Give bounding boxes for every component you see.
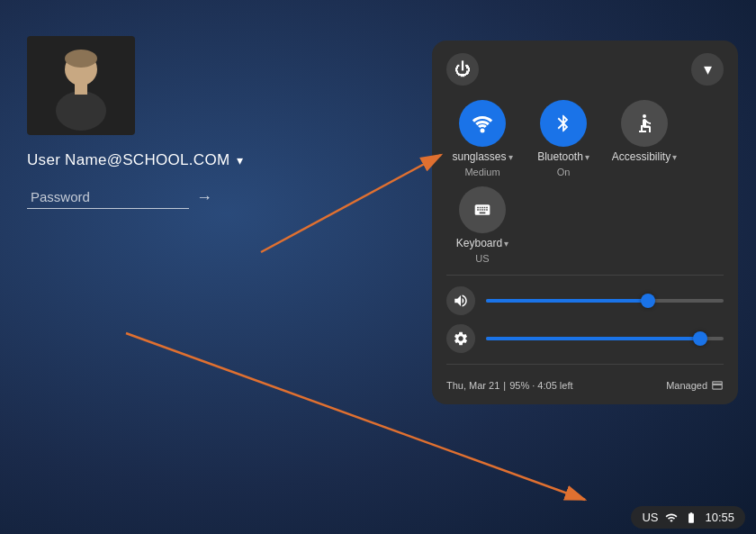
tray-locale: US (642, 511, 658, 524)
bluetooth-sublabel: On (557, 167, 571, 177)
wifi-chevron: ▾ (508, 152, 513, 162)
svg-point-2 (65, 50, 97, 68)
user-dropdown-chevron[interactable]: ▾ (237, 153, 243, 167)
quick-settings-panel: ⏻ ▾ sunglasses ▾ Medium (432, 41, 738, 404)
accessibility-label: Accessibility ▾ (612, 150, 677, 163)
wifi-label: sunglasses ▾ (452, 150, 512, 163)
panel-top-row: ⏻ ▾ (446, 53, 724, 86)
separator: | (503, 380, 506, 391)
volume-slider-track[interactable] (486, 299, 724, 303)
svg-point-3 (56, 91, 106, 131)
toggles-grid: sunglasses ▾ Medium Bluetooth ▾ On (446, 100, 724, 177)
accessibility-chevron: ▾ (672, 152, 677, 162)
divider (446, 275, 724, 276)
svg-rect-4 (75, 84, 87, 95)
keyboard-chevron: ▾ (504, 239, 508, 249)
keyboard-toggle-circle (459, 186, 506, 233)
user-name-label: User Name@SCHOOL.COM (27, 151, 230, 169)
user-row: User Name@SCHOOL.COM ▾ (27, 151, 243, 169)
power-icon: ⏻ (454, 60, 471, 79)
keyboard-sublabel: US (475, 253, 489, 264)
date-text: Thu, Mar 21 (446, 380, 500, 391)
brightness-icon[interactable] (446, 324, 475, 353)
password-row: → (27, 186, 212, 209)
bluetooth-toggle-circle (540, 100, 587, 147)
divider-2 (446, 364, 724, 365)
svg-point-6 (643, 114, 646, 118)
chevron-down-icon: ▾ (704, 59, 712, 79)
accessibility-toggle-circle (621, 100, 668, 147)
submit-icon[interactable]: → (196, 188, 212, 207)
wifi-toggle[interactable]: sunglasses ▾ Medium (446, 100, 518, 177)
battery-text: 95% · 4:05 left (509, 380, 572, 391)
volume-slider-thumb (641, 294, 655, 308)
brightness-slider-row (446, 324, 724, 353)
brightness-slider-fill (486, 337, 700, 340)
power-button[interactable]: ⏻ (446, 53, 479, 86)
accessibility-toggle[interactable]: Accessibility ▾ (608, 100, 680, 177)
password-input[interactable] (27, 186, 189, 209)
bluetooth-label: Bluetooth ▾ (537, 150, 590, 163)
volume-icon[interactable] (446, 286, 475, 315)
wifi-toggle-circle (459, 100, 506, 147)
managed-label: Managed (666, 379, 724, 392)
volume-slider-row (446, 286, 724, 315)
toggles-grid-2: Keyboard ▾ US (446, 186, 724, 264)
keyboard-label: Keyboard ▾ (456, 237, 508, 249)
managed-text: Managed (666, 380, 707, 391)
bluetooth-chevron: ▾ (585, 152, 590, 162)
tray-wifi-icon (665, 511, 678, 524)
avatar (27, 36, 135, 135)
wifi-sublabel: Medium (464, 167, 500, 177)
tray-time: 10:55 (705, 511, 734, 524)
system-tray[interactable]: US 10:55 (631, 506, 745, 529)
date-battery-info: Thu, Mar 21 | 95% · 4:05 left (446, 380, 573, 391)
login-area: User Name@SCHOOL.COM ▾ → (27, 36, 243, 209)
brightness-slider-track[interactable] (486, 337, 724, 340)
svg-point-5 (481, 129, 485, 133)
brightness-slider-thumb (693, 331, 707, 346)
bluetooth-toggle[interactable]: Bluetooth ▾ On (527, 100, 599, 177)
volume-slider-fill (486, 299, 648, 303)
panel-bottom: Thu, Mar 21 | 95% · 4:05 left Managed (446, 376, 724, 392)
collapse-button[interactable]: ▾ (691, 53, 724, 86)
keyboard-toggle[interactable]: Keyboard ▾ US (446, 186, 518, 264)
tray-battery-icon (685, 511, 698, 524)
